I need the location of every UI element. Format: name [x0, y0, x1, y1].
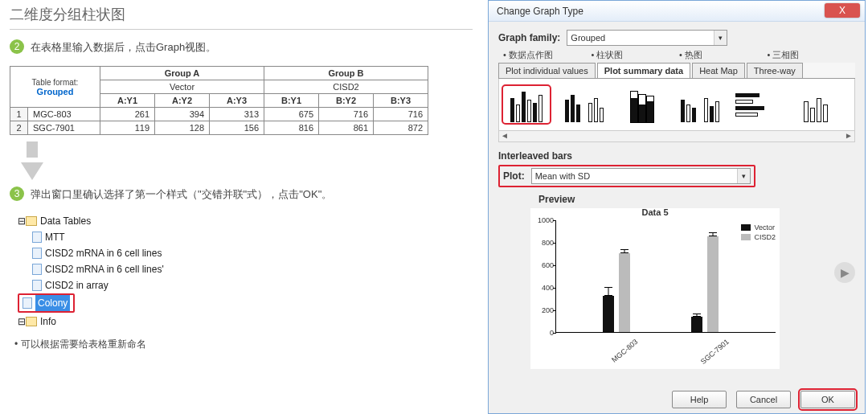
chevron-down-icon[interactable]: ▾	[737, 169, 750, 183]
cancel-button[interactable]: Cancel	[736, 391, 791, 408]
col-b2: B:Y2	[319, 94, 374, 108]
tree-item-mtt[interactable]: MTT	[18, 229, 473, 245]
chart-title: Data 5	[531, 207, 779, 217]
table-row[interactable]: 1 MGC-803 261 394 313 675 716 716	[10, 108, 428, 121]
thumb-horizontal-bars[interactable]	[735, 87, 780, 122]
graph-family-label: Graph family:	[498, 32, 560, 43]
rename-note: • 可以根据需要给表格重新命名	[14, 338, 473, 351]
sheet-icon	[32, 280, 42, 291]
help-button[interactable]: Help	[672, 391, 727, 408]
plot-mode-row: Plot: Mean with SD ▾	[498, 165, 755, 187]
table-format-value: Grouped	[15, 87, 95, 96]
tree-item-cisd2-lines[interactable]: CISD2 mRNA in 6 cell lines	[18, 245, 473, 261]
sub-b-header: CISD2	[264, 80, 428, 94]
step-2: 2 在表格里输入数据后，点击Graph视图。	[10, 39, 473, 55]
thumb-stacked-bars[interactable]	[620, 87, 665, 122]
preview-chart: Data 5 Vector CISD2 1000 800 600 400 200…	[530, 208, 780, 369]
tab-three-way[interactable]: Three-way	[747, 63, 803, 78]
plot-label: Plot:	[503, 170, 525, 182]
table-format-label: Table format:	[15, 78, 95, 87]
tree-item-cisd2-array[interactable]: CISD2 in array	[18, 277, 473, 293]
sheet-icon	[32, 248, 42, 259]
thumb-scrollbar[interactable]	[498, 131, 855, 142]
col-a1: A:Y1	[100, 94, 155, 108]
step-3: 3 弹出窗口里确认选择了第一个样式（"交错并联"式），点击"OK"。	[10, 187, 473, 202]
sheet-icon	[32, 232, 42, 243]
col-b3: B:Y3	[374, 94, 428, 108]
close-button[interactable]: X	[825, 3, 860, 18]
tree-item-colony[interactable]: Colony	[23, 295, 70, 311]
col-a3: A:Y3	[210, 94, 264, 108]
next-preview-button[interactable]: ▶	[834, 262, 855, 283]
col-b1: B:Y1	[264, 94, 319, 108]
step-3-badge: 3	[10, 187, 24, 201]
sheet-icon	[32, 264, 42, 275]
change-graph-type-dialog: Change Graph Type X Graph family: Groupe…	[488, 0, 866, 414]
page-title: 二维度分组柱状图	[10, 5, 473, 30]
arrow-down-icon	[27, 141, 38, 158]
sub-a-header: Vector	[100, 80, 264, 94]
step-2-text: 在表格里输入数据后，点击Graph视图。	[31, 39, 216, 55]
plot-mode-select[interactable]: Mean with SD ▾	[531, 168, 751, 184]
y-axis-labels: 1000 800 600 400 200 0	[531, 209, 555, 368]
tab-heat-map[interactable]: Heat Map	[692, 63, 745, 78]
thumb-separated-bars[interactable]	[678, 87, 723, 122]
section-header: Interleaved bars	[498, 150, 855, 162]
tab-individual-values[interactable]: Plot individual values	[498, 63, 596, 78]
tree-root[interactable]: ⊟ Data Tables	[18, 213, 473, 229]
thumb-interleaved-bars[interactable]	[504, 87, 549, 122]
chevron-down-icon[interactable]: ▾	[714, 31, 727, 45]
table-row[interactable]: 2 SGC-7901 119 128 156 816 861 872	[10, 121, 428, 135]
step-2-badge: 2	[10, 39, 24, 54]
thumb-box-plot[interactable]	[793, 87, 838, 122]
folder-icon	[26, 216, 37, 226]
tree-item-info[interactable]: ⊟ Info	[18, 314, 473, 330]
group-a-header: Group A	[100, 67, 264, 80]
arrow-down-icon	[21, 162, 43, 180]
graph-type-tabs[interactable]: Plot individual values Plot summary data…	[498, 63, 855, 79]
tree-item-cisd2-lines2[interactable]: CISD2 mRNA in 6 cell lines'	[18, 261, 473, 277]
graph-family-select[interactable]: Grouped ▾	[567, 30, 727, 46]
thumb-grouped-bars[interactable]	[562, 87, 607, 122]
group-b-header: Group B	[264, 67, 428, 80]
graph-style-thumbnails[interactable]	[498, 79, 855, 131]
preview-label: Preview	[538, 194, 855, 205]
col-a2: A:Y2	[155, 94, 210, 108]
tab-cn-labels: • 数据点作图• 柱状图• 热图• 三相图	[503, 49, 855, 61]
step-3-text: 弹出窗口里确认选择了第一个样式（"交错并联"式），点击"OK"。	[31, 187, 332, 202]
highlighted-tree-item: Colony	[18, 293, 75, 313]
ok-button[interactable]: OK	[800, 391, 855, 408]
folder-icon	[26, 317, 37, 326]
tab-summary-data[interactable]: Plot summary data	[597, 63, 690, 78]
data-table[interactable]: Table format: Grouped Group A Group B Ve…	[10, 66, 428, 135]
data-tables-tree[interactable]: ⊟ Data Tables MTT CISD2 mRNA in 6 cell l…	[18, 213, 473, 330]
dialog-title: Change Graph Type X	[489, 1, 865, 22]
sheet-icon	[23, 297, 32, 309]
